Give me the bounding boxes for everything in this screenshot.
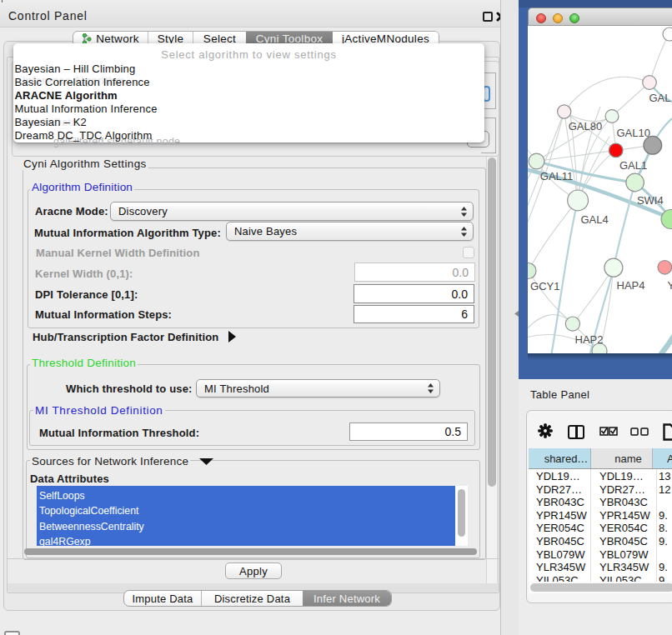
svg-text:GAL80: GAL80 (569, 120, 602, 132)
svg-text:SWI4: SWI4 (637, 194, 664, 207)
svg-text:GCY1: GCY1 (530, 280, 559, 292)
svg-text:GAL: GAL (649, 92, 671, 104)
svg-text:GAL10: GAL10 (616, 127, 649, 139)
svg-text:GAL11: GAL11 (540, 170, 574, 182)
svg-text:GAL4: GAL4 (580, 213, 608, 226)
svg-text:HAP4: HAP4 (617, 279, 645, 292)
svg-text:HAP2: HAP2 (575, 333, 604, 346)
svg-text:GAL1: GAL1 (619, 159, 647, 172)
svg-text:Y: Y (668, 279, 672, 292)
